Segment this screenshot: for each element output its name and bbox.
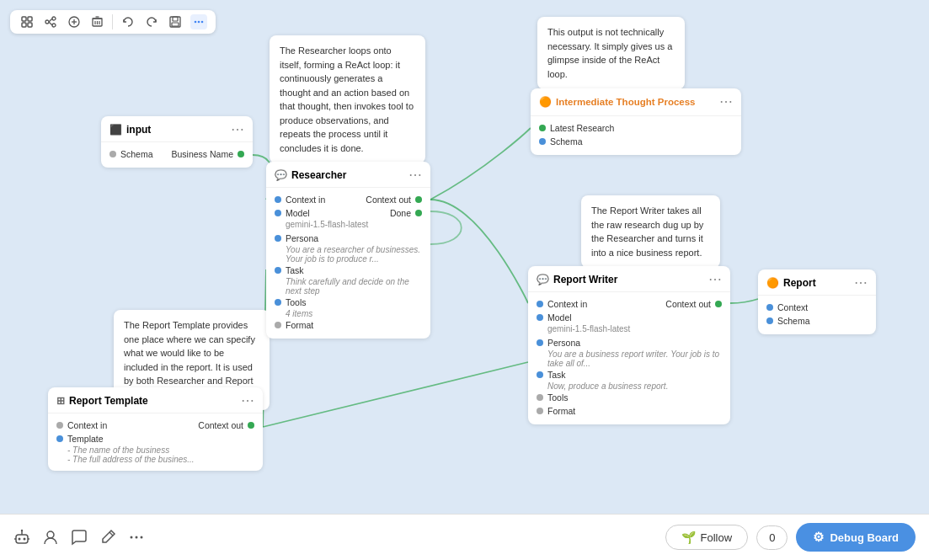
researcher-persona-row: Persona: [275, 232, 422, 245]
report-writer-format-row: Format: [537, 404, 722, 418]
report-context-row: Context: [766, 301, 868, 314]
svg-rect-0: [22, 17, 26, 21]
researcher-icon: 💬: [275, 169, 287, 181]
researcher-context-row: Context in Context out: [275, 193, 422, 206]
cursor-tool-btn[interactable]: [19, 14, 35, 29]
delete-btn[interactable]: [89, 14, 105, 29]
svg-point-34: [136, 536, 138, 539]
svg-rect-24: [16, 535, 28, 543]
svg-point-25: [19, 538, 21, 541]
input-node-body: Schema Business Name: [101, 142, 253, 168]
report-writer-node[interactable]: 💬 Report Writer ⋯ Context in Context out…: [528, 266, 730, 424]
researcher-loop-text: The Researcher loops onto itself, formin…: [280, 45, 414, 153]
rw-model-port: [537, 314, 543, 321]
report-template-node[interactable]: ⊞ Report Template ⋯ Context in Context o…: [48, 387, 263, 471]
report-template-header: ⊞ Report Template ⋯: [48, 387, 263, 413]
rt-template-value: - The name of the business - The full ad…: [56, 445, 254, 464]
report-writer-tooltip: The Report Writer takes all the raw rese…: [581, 195, 720, 268]
report-template-title: ⊞ Report Template: [56, 395, 148, 407]
svg-line-32: [109, 532, 113, 536]
svg-point-26: [24, 538, 26, 541]
count-badge: 0: [756, 525, 788, 550]
undo-btn[interactable]: [120, 14, 136, 29]
researcher-model-row: Model Done: [275, 206, 422, 220]
person-icon-btn[interactable]: [42, 529, 59, 546]
researcher-menu[interactable]: ⋯: [408, 168, 422, 182]
chat-icon-btn[interactable]: [71, 529, 88, 546]
rw-context-in-port: [537, 301, 543, 307]
svg-point-5: [52, 17, 56, 20]
follow-button[interactable]: 🌱 Follow: [665, 525, 749, 550]
debug-board-button[interactable]: ⚙ Debug Board: [796, 523, 916, 552]
thought-schema-row: Schema: [539, 135, 733, 148]
svg-rect-19: [173, 17, 178, 21]
bottom-bar: 🌱 Follow 0 ⚙ Debug Board: [0, 514, 929, 560]
report-writer-tools-row: Tools: [537, 391, 722, 404]
add-node-btn[interactable]: [66, 14, 83, 29]
thought-body: Latest Research Schema: [531, 116, 741, 155]
debug-label: Debug Board: [830, 531, 899, 544]
report-writer-persona-row: Persona: [537, 336, 722, 349]
report-template-menu[interactable]: ⋯: [241, 394, 254, 408]
report-writer-task-row: Task: [537, 368, 722, 381]
rw-persona-port: [537, 339, 543, 346]
report-context-port: [766, 304, 773, 311]
researcher-tools-row: Tools: [275, 296, 422, 309]
branch-tool-btn[interactable]: [42, 14, 59, 29]
report-node[interactable]: 🟠 Report ⋯ Context Schema: [758, 269, 876, 334]
thought-schema-port: [539, 138, 546, 145]
researcher-tools-value: 4 items: [275, 309, 422, 318]
thought-menu[interactable]: ⋯: [719, 95, 733, 109]
rw-context-out-port: [715, 301, 722, 307]
researcher-tools-port: [275, 299, 281, 306]
svg-line-7: [49, 19, 52, 22]
report-writer-text: The Report Writer takes all the raw rese…: [591, 205, 703, 258]
rw-model-value: gemini-1.5-flash-latest: [537, 324, 722, 333]
report-icon: 🟠: [766, 277, 779, 289]
svg-point-23: [201, 21, 204, 24]
report-writer-title: 💬 Report Writer: [537, 274, 617, 285]
svg-point-4: [45, 20, 49, 24]
rt-context-out-port: [248, 422, 254, 429]
report-body: Context Schema: [758, 296, 876, 334]
bottom-left-tools: [13, 529, 145, 546]
pencil-icon-btn[interactable]: [99, 529, 116, 546]
svg-point-33: [131, 536, 133, 539]
svg-point-28: [21, 530, 23, 531]
rw-persona-value: You are a business report writer. Your j…: [537, 349, 722, 368]
thought-icon: 🟠: [539, 96, 552, 108]
researcher-context-out-port: [415, 196, 422, 203]
input-business-name-port: [238, 151, 244, 157]
input-node[interactable]: ⬛ input ⋯ Schema Business Name: [101, 116, 253, 168]
redo-btn[interactable]: [143, 14, 160, 29]
researcher-model-port: [275, 210, 281, 216]
rw-tools-port: [537, 394, 543, 401]
svg-point-31: [47, 531, 54, 538]
rt-context-in-port: [56, 422, 63, 429]
input-node-header: ⬛ input ⋯: [101, 116, 253, 142]
researcher-task-row: Task: [275, 264, 422, 277]
bottom-more-btn[interactable]: [128, 529, 145, 546]
report-header: 🟠 Report ⋯: [758, 269, 876, 296]
input-node-menu[interactable]: ⋯: [231, 123, 244, 136]
svg-line-8: [49, 22, 52, 25]
input-schema-port: [109, 151, 116, 157]
thought-latest-research-row: Latest Research: [539, 121, 733, 135]
input-node-icon: ⬛: [109, 124, 122, 136]
report-schema-port: [766, 317, 773, 324]
bot-icon-btn[interactable]: [13, 529, 30, 546]
report-template-icon: ⊞: [56, 395, 65, 407]
report-schema-row: Schema: [766, 314, 868, 328]
save-btn[interactable]: [167, 14, 184, 29]
thought-process-node[interactable]: 🟠 Intermediate Thought Process ⋯ Latest …: [531, 88, 741, 155]
input-schema-row: Schema Business Name: [109, 147, 244, 161]
report-menu[interactable]: ⋯: [854, 276, 868, 290]
researcher-context-in-port: [275, 196, 281, 203]
researcher-task-port: [275, 267, 281, 274]
report-writer-menu[interactable]: ⋯: [708, 273, 722, 286]
more-options-btn[interactable]: [190, 14, 207, 29]
researcher-node[interactable]: 💬 Researcher ⋯ Context in Context out Mo…: [266, 162, 430, 339]
rw-task-value: Now, produce a business report.: [537, 381, 722, 391]
report-template-body: Context in Context out Template - The na…: [48, 413, 263, 471]
thought-header: 🟠 Intermediate Thought Process ⋯: [531, 88, 741, 116]
